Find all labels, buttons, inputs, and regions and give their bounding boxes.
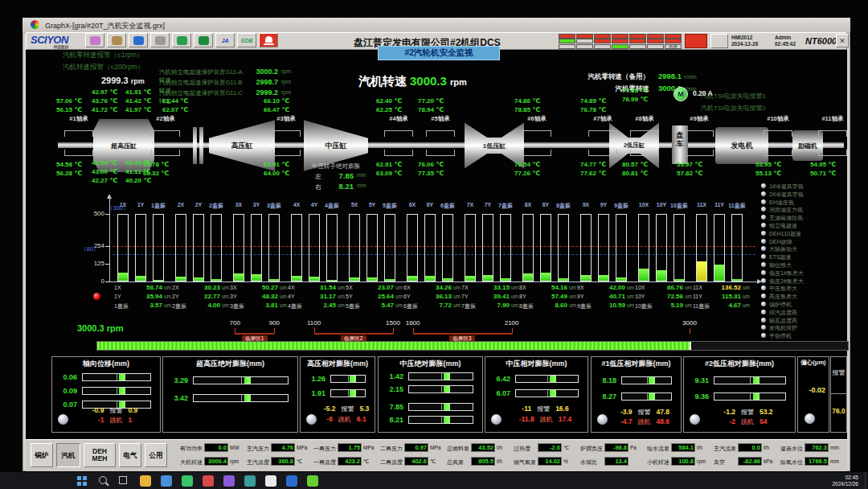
bearing-label: #11轴承 xyxy=(815,115,850,123)
master-alarm-cell[interactable] xyxy=(685,34,707,48)
vibration-value-unit: um xyxy=(395,302,403,308)
panel-led xyxy=(306,414,317,425)
vibration-bar xyxy=(656,214,667,281)
nav-field-value: 402.6 xyxy=(404,457,428,466)
gauge-center-tick xyxy=(547,390,548,397)
vibration-bar-fill xyxy=(541,273,551,281)
nav-field-unit: kPa xyxy=(764,458,772,464)
vibration-bar xyxy=(175,214,186,281)
nav-field-unit: t/h xyxy=(764,445,769,450)
motor-icon: M xyxy=(674,87,688,101)
vibration-value: 115.31 xyxy=(710,293,741,300)
panel-led xyxy=(58,414,68,425)
nav-field-value: 3000.4 xyxy=(204,457,228,466)
folder-icon[interactable] xyxy=(194,33,213,47)
panel-value: 0.06 xyxy=(53,373,77,381)
eccentricity-alarm-value: 76.0 xyxy=(831,407,846,415)
panel-alarm-row: -0.9报警0.9 xyxy=(72,406,158,415)
nav-button[interactable]: 汽机 xyxy=(56,443,80,467)
vibration-value: 7.72 xyxy=(421,302,452,309)
uhp-temp: 41.91 ℃ xyxy=(125,88,158,96)
start-icon[interactable] xyxy=(77,476,81,480)
vibration-bar-label: 2X xyxy=(175,202,186,208)
taskview-icon[interactable] xyxy=(119,476,127,484)
nav-field-label: 主汽温度 xyxy=(247,458,270,466)
folder-icon[interactable] xyxy=(140,475,151,487)
ja-logo-icon[interactable]: JA xyxy=(215,33,235,47)
alarm-high: 0.9 xyxy=(128,406,137,415)
app-icon-3[interactable] xyxy=(223,475,235,487)
search-icon[interactable] xyxy=(98,475,109,487)
nav-field-value: 584.1 xyxy=(671,443,695,452)
coupling-disc xyxy=(199,127,203,164)
bearing-temp: 53.97 ℃ xyxy=(677,161,722,168)
nav-button[interactable]: 锅炉 xyxy=(31,443,53,467)
alarm-bell-icon[interactable] xyxy=(259,33,278,47)
nav-field-value: 762.3 xyxy=(805,443,829,452)
alarm-grid-cell xyxy=(612,34,628,39)
app-icon-7[interactable] xyxy=(307,475,318,487)
session-time: 02:45:42 xyxy=(775,41,796,47)
status-item-label: EH油压低 xyxy=(769,199,794,207)
vibration-bar-label: 6Y xyxy=(424,202,436,208)
panel-trip-row: -11.8跳机17.4 xyxy=(506,415,585,424)
alarm-high: 47.8 xyxy=(657,408,670,417)
vibration-value-unit: um xyxy=(569,285,576,290)
app-icon-2[interactable] xyxy=(203,475,214,487)
status-item-label: 润滑油压力低 xyxy=(769,206,803,214)
taskbar-clock[interactable]: 02:45 2024/12/26 xyxy=(812,475,858,487)
vibration-bar-fill xyxy=(176,277,186,281)
trip-label: 跳机 xyxy=(741,417,754,426)
alarm-high: 16.6 xyxy=(555,405,569,413)
panel-gauge xyxy=(193,376,289,384)
close-button[interactable]: ✕ xyxy=(836,34,849,47)
vibration-bar-fill xyxy=(674,279,684,281)
bearing-bracket-top xyxy=(384,130,413,137)
sdb-logo-icon[interactable]: SDB xyxy=(237,33,256,47)
browser-icon[interactable] xyxy=(161,475,172,487)
gauge-center-tick xyxy=(647,377,648,384)
contacts-icon[interactable] xyxy=(85,33,104,47)
vibration-bar xyxy=(580,214,592,281)
app-icon-5[interactable] xyxy=(265,475,276,487)
app-icon-4[interactable] xyxy=(244,475,256,487)
window-title: GraphX-[gra/#20T_汽机安全监视.grx] xyxy=(45,21,165,31)
bearing-temp: 63.91 ℃ xyxy=(264,161,309,168)
nav-field-label: 给水流量 xyxy=(647,445,670,453)
vibration-value-unit: um xyxy=(453,302,461,308)
nav-field-label: 凝器水位 xyxy=(780,445,804,453)
nav-button[interactable]: DEH MEH xyxy=(84,443,116,467)
status-item-label: 锅炉停机 xyxy=(769,301,792,309)
vibration-value: 7.90 xyxy=(479,302,510,309)
vibration-bar xyxy=(349,214,360,281)
monitor-icon[interactable] xyxy=(129,33,148,47)
vibration-bar-fill xyxy=(118,273,128,281)
vibration-value-unit: um xyxy=(685,294,692,299)
vibration-bar-fill xyxy=(465,276,475,281)
gauge-marker xyxy=(350,390,356,397)
show-desktop-button[interactable] xyxy=(865,472,868,489)
disk-icon[interactable] xyxy=(107,33,126,47)
bearing-temp: 55.13 ℃ xyxy=(755,170,800,177)
status-item-label: 低压2#胀差大 xyxy=(769,277,804,286)
bearing-label: #9轴承 xyxy=(682,115,717,123)
display-icon[interactable] xyxy=(172,33,191,47)
vibration-value-unit: um xyxy=(453,285,461,290)
bearing-temp: 77.62 ℃ xyxy=(580,170,625,177)
nav-button[interactable]: 电气 xyxy=(119,443,141,467)
vibration-bar xyxy=(291,214,302,281)
vibration-value-unit: um xyxy=(627,302,634,308)
nav-field-label: 主汽流量 xyxy=(714,445,737,453)
uhp-temp: 41.42 ℃ xyxy=(125,97,158,105)
vibration-value-unit: um xyxy=(280,285,287,290)
gauge-center-tick xyxy=(241,395,242,401)
app-icon-6[interactable] xyxy=(286,475,297,487)
vibration-value: 25.64 xyxy=(363,293,394,300)
vibration-value-unit: um xyxy=(338,294,345,299)
nav-button[interactable]: 公用 xyxy=(145,443,167,467)
nav-field-unit: ℃ xyxy=(297,458,302,465)
g11-unit: rpm xyxy=(281,79,291,84)
nav-field-unit: t/h xyxy=(497,445,502,450)
app-icon-1[interactable] xyxy=(182,475,193,487)
machine-icon[interactable] xyxy=(150,33,170,47)
